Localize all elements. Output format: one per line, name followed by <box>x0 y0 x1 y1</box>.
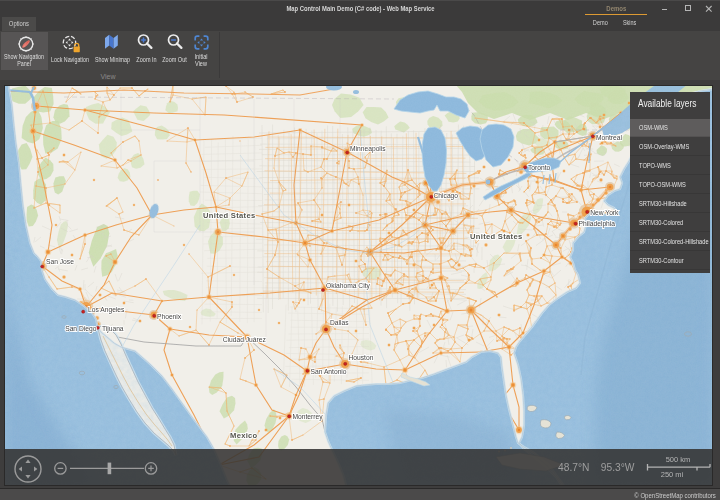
svg-text:Monterrey: Monterrey <box>293 413 324 421</box>
svg-text:San Jose: San Jose <box>46 258 74 265</box>
svg-text:San Diego: San Diego <box>65 325 97 333</box>
svg-text:Chicago: Chicago <box>434 192 459 200</box>
svg-text:United States: United States <box>203 211 255 220</box>
svg-text:Dallas: Dallas <box>330 319 349 326</box>
svg-text:Tijuana: Tijuana <box>102 325 124 333</box>
svg-text:New York: New York <box>590 209 619 216</box>
svg-text:Oklahoma City: Oklahoma City <box>326 282 371 290</box>
svg-text:Toronto: Toronto <box>528 164 551 171</box>
svg-text:Los Angeles: Los Angeles <box>88 306 125 314</box>
svg-text:Minneapolis: Minneapolis <box>350 145 386 153</box>
svg-text:250 mi: 250 mi <box>661 470 684 478</box>
svg-text:Philadelphia: Philadelphia <box>579 220 616 228</box>
svg-text:Phoenix: Phoenix <box>157 313 182 320</box>
svg-text:Montreal: Montreal <box>596 134 623 141</box>
svg-text:Mexico: Mexico <box>230 431 258 440</box>
svg-text:San Antonio: San Antonio <box>311 368 347 375</box>
svg-text:Ciudad Juárez: Ciudad Juárez <box>223 336 267 343</box>
svg-text:500 km: 500 km <box>666 455 691 464</box>
svg-text:United States: United States <box>470 232 522 241</box>
svg-text:Houston: Houston <box>349 354 374 361</box>
